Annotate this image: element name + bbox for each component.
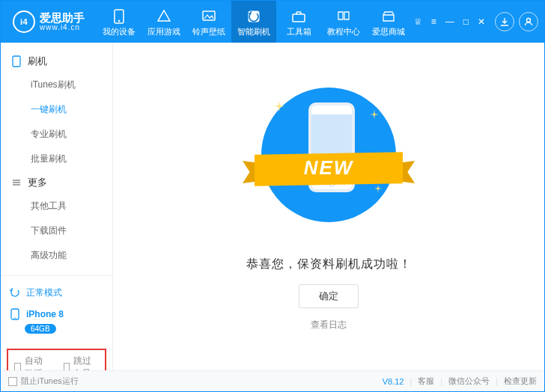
brand-site: www.i4.cn [40, 23, 85, 31]
window-controls: ♕ ≡ — □ ✕ [412, 15, 487, 28]
svg-point-1 [118, 20, 120, 22]
app-window: i4 爱思助手 www.i4.cn 我的设备 应用游戏 铃声壁纸 智能 [0, 0, 545, 392]
gift-icon[interactable]: ♕ [412, 15, 424, 28]
header: i4 爱思助手 www.i4.cn 我的设备 应用游戏 铃声壁纸 智能 [1, 1, 544, 43]
nav-label: 工具箱 [287, 26, 311, 37]
brand-name: 爱思助手 [40, 12, 85, 23]
mode-label: 正常模式 [26, 287, 62, 299]
top-nav: 我的设备 应用游戏 铃声壁纸 智能刷机 工具箱 教程中心 [97, 1, 411, 43]
logo: i4 爱思助手 www.i4.cn [7, 10, 91, 33]
sidebar: 刷机 iTunes刷机 一键刷机 专业刷机 批量刷机 更多 其他工具 下载固件 … [1, 43, 113, 370]
section-title: 刷机 [28, 55, 47, 68]
logo-icon: i4 [13, 10, 35, 33]
new-ribbon: NEW [243, 147, 415, 191]
menu-icon[interactable]: ≡ [429, 15, 439, 28]
sidebar-section-more: 更多 [1, 171, 112, 194]
checkbox-label: 阻止iTunes运行 [21, 376, 79, 387]
sidebar-item-onekey-flash[interactable]: 一键刷机 [1, 97, 112, 122]
nav-label: 教程中心 [327, 26, 360, 37]
check-update-link[interactable]: 检查更新 [504, 376, 537, 387]
apps-icon [157, 10, 171, 23]
download-button[interactable] [495, 12, 514, 31]
sidebar-item-batch-flash[interactable]: 批量刷机 [1, 147, 112, 171]
nav-label: 应用游戏 [147, 26, 180, 37]
nav-label: 我的设备 [103, 26, 136, 37]
mode-row[interactable]: 正常模式 [8, 282, 105, 304]
nav-label: 智能刷机 [237, 26, 270, 37]
storage-badge: 64GB [25, 324, 56, 334]
device-icon [112, 10, 126, 23]
phone-icon [10, 308, 20, 320]
main-content: NEW 恭喜您，保资料刷机成功啦！ 确定 查看日志 [113, 43, 544, 370]
nav-label: 铃声壁纸 [192, 26, 225, 37]
success-illustration: NEW [243, 80, 415, 230]
checkbox-icon [8, 377, 17, 386]
support-link[interactable]: 客服 [418, 376, 434, 387]
view-log-link[interactable]: 查看日志 [311, 319, 347, 331]
success-text: 恭喜您，保资料刷机成功啦！ [246, 257, 412, 272]
status-bar: 阻止iTunes运行 V8.12 | 客服 | 微信公众号 | 检查更新 [1, 370, 544, 391]
body: 刷机 iTunes刷机 一键刷机 专业刷机 批量刷机 更多 其他工具 下载固件 … [1, 43, 544, 370]
svg-rect-6 [13, 56, 20, 67]
refresh-icon [10, 288, 20, 298]
wechat-link[interactable]: 微信公众号 [448, 376, 490, 387]
media-icon [202, 10, 216, 23]
help-icon [337, 10, 350, 23]
ribbon-text: NEW [243, 156, 415, 180]
svg-point-5 [527, 19, 531, 22]
nav-flash[interactable]: 智能刷机 [231, 1, 276, 43]
ok-button[interactable]: 确定 [299, 284, 359, 308]
nav-apps[interactable]: 应用游戏 [141, 1, 186, 43]
sidebar-section-flash: 刷机 [1, 50, 112, 73]
device-row[interactable]: iPhone 8 [8, 304, 105, 325]
nav-toolbox[interactable]: 工具箱 [276, 1, 321, 43]
minimize-icon[interactable]: — [443, 15, 457, 28]
section-title: 更多 [28, 176, 47, 189]
header-right: ♕ ≡ — □ ✕ [412, 12, 538, 31]
svg-point-8 [14, 317, 16, 319]
nav-store[interactable]: 爱思商城 [366, 1, 411, 43]
sidebar-bottom: 正常模式 iPhone 8 64GB [1, 275, 112, 343]
store-icon [382, 10, 395, 23]
nav-my-device[interactable]: 我的设备 [97, 1, 141, 43]
user-button[interactable] [519, 12, 538, 31]
device-name: iPhone 8 [26, 309, 64, 319]
more-icon [11, 178, 22, 187]
close-icon[interactable]: ✕ [475, 15, 487, 28]
sidebar-item-advanced[interactable]: 高级功能 [1, 243, 112, 268]
block-itunes-checkbox[interactable]: 阻止iTunes运行 [8, 376, 79, 387]
sidebar-scroll: 刷机 iTunes刷机 一键刷机 专业刷机 批量刷机 更多 其他工具 下载固件 … [1, 43, 112, 275]
maximize-icon[interactable]: □ [461, 15, 471, 28]
nav-tutorial[interactable]: 教程中心 [321, 1, 366, 43]
sparkle-icon [370, 110, 379, 119]
svg-rect-4 [293, 14, 305, 22]
toolbox-icon [292, 10, 305, 23]
logo-text: 爱思助手 www.i4.cn [40, 12, 85, 31]
nav-media[interactable]: 铃声壁纸 [186, 1, 231, 43]
flash-icon [247, 10, 261, 23]
version-label: V8.12 [383, 377, 404, 386]
nav-label: 爱思商城 [372, 26, 405, 37]
sidebar-item-pro-flash[interactable]: 专业刷机 [1, 122, 112, 147]
sidebar-item-other-tools[interactable]: 其他工具 [1, 194, 112, 218]
device-outline-icon [11, 55, 22, 67]
sparkle-icon [274, 101, 283, 110]
sidebar-item-download-fw[interactable]: 下载固件 [1, 218, 112, 243]
sidebar-item-itunes-flash[interactable]: iTunes刷机 [1, 73, 112, 97]
